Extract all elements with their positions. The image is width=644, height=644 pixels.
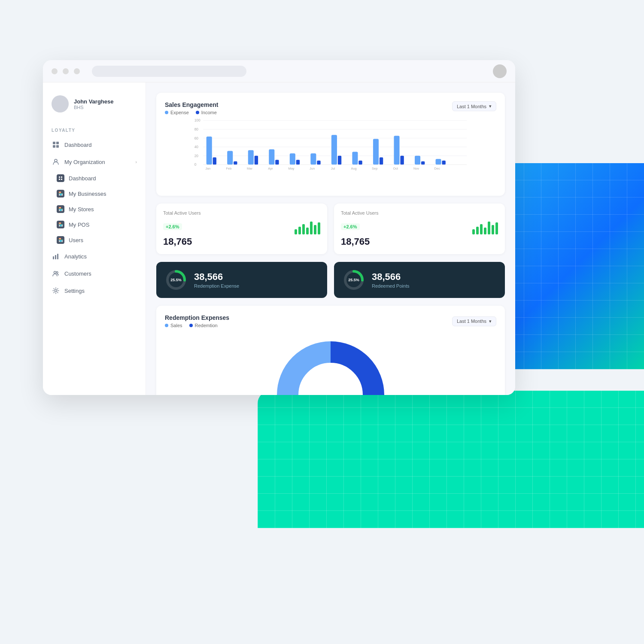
sub-dashboard-icon bbox=[57, 174, 64, 182]
donut-chart-area bbox=[165, 331, 496, 395]
sidebar-item-analytics-label: Analytics bbox=[64, 253, 87, 260]
sub-users-icon: 🏪 bbox=[57, 236, 64, 244]
svg-rect-43 bbox=[373, 139, 379, 165]
legend-redemtion-dot bbox=[189, 324, 193, 327]
svg-rect-41 bbox=[352, 152, 358, 164]
svg-rect-6 bbox=[61, 176, 62, 178]
sidebar-sub-pos[interactable]: 🏪 My POS bbox=[43, 217, 146, 232]
svg-rect-10 bbox=[55, 255, 56, 259]
donut-label-2: 25.5% bbox=[343, 269, 365, 291]
sidebar-sub-stores[interactable]: 🏪 My Stores bbox=[43, 201, 146, 217]
sidebar-item-analytics[interactable]: Analytics bbox=[43, 248, 146, 265]
sidebar-item-customers[interactable]: Customers bbox=[43, 265, 146, 282]
sidebar-sub-businesses[interactable]: 🏪 My Businesses bbox=[43, 186, 146, 201]
stats-row: Total Active Users +2.6% bbox=[156, 204, 505, 254]
sidebar-item-dashboard-label: Dashboard bbox=[64, 142, 92, 148]
analytics-icon bbox=[52, 252, 60, 261]
bg-decor-green bbox=[258, 391, 644, 528]
svg-rect-3 bbox=[56, 145, 59, 148]
legend-sales-dot bbox=[165, 324, 168, 327]
dark-stat-info-2: 38,566 Redeemed Points bbox=[372, 271, 409, 289]
dark-stat-label-1: Redemption Expense bbox=[194, 283, 239, 289]
sidebar-item-my-organization-label: My Organization bbox=[64, 159, 105, 165]
legend-sales-label: Sales bbox=[170, 323, 182, 328]
sidebar-item-customers-label: Customers bbox=[64, 270, 91, 277]
browser-addressbar[interactable] bbox=[92, 66, 246, 77]
mini-bar bbox=[484, 228, 486, 234]
sales-chart-dropdown-label: Last 1 Months bbox=[457, 104, 486, 109]
svg-rect-8 bbox=[61, 179, 62, 180]
sales-chart-title: Sales Engagement bbox=[165, 101, 219, 108]
stat-card-1: Total Active Users +2.6% bbox=[156, 204, 327, 254]
stat-badge-1: +2.6% bbox=[163, 223, 182, 230]
svg-rect-31 bbox=[248, 150, 254, 165]
redemption-legend: Sales Redemtion bbox=[165, 323, 229, 328]
svg-text:Nov: Nov bbox=[413, 167, 419, 170]
svg-rect-44 bbox=[380, 158, 383, 165]
mini-bar bbox=[314, 225, 316, 234]
sub-businesses-label: My Businesses bbox=[69, 191, 106, 197]
sidebar: John Varghese BHS LOYALTY Dashboard bbox=[43, 82, 146, 395]
svg-rect-9 bbox=[53, 256, 54, 259]
svg-rect-39 bbox=[331, 135, 337, 164]
sales-engagement-card: Sales Engagement Expense Income bbox=[156, 93, 505, 196]
svg-rect-50 bbox=[442, 161, 445, 164]
mini-bar bbox=[488, 222, 490, 234]
bar-chart-area: 100 80 60 40 20 0 bbox=[165, 118, 496, 187]
mini-bar bbox=[295, 229, 297, 234]
sub-stores-label: My Stores bbox=[69, 206, 94, 213]
redemption-chart-dropdown[interactable]: Last 1 Months ▾ bbox=[452, 316, 496, 326]
svg-text:20: 20 bbox=[194, 154, 199, 158]
browser-avatar bbox=[493, 64, 507, 78]
sub-dashboard-label: Dashboard bbox=[69, 175, 96, 182]
sidebar-item-dashboard[interactable]: Dashboard bbox=[43, 136, 146, 153]
chevron-right-icon: › bbox=[135, 159, 137, 164]
svg-rect-5 bbox=[59, 176, 60, 178]
mini-bar bbox=[302, 224, 305, 234]
legend-income: Income bbox=[196, 110, 217, 115]
svg-rect-45 bbox=[394, 136, 399, 164]
sidebar-sub-users[interactable]: 🏪 Users bbox=[43, 232, 146, 248]
customers-icon bbox=[52, 269, 60, 278]
mini-bar bbox=[480, 224, 483, 234]
settings-icon bbox=[52, 286, 60, 295]
browser-chrome bbox=[43, 60, 515, 82]
svg-text:Jan: Jan bbox=[205, 167, 210, 170]
svg-rect-46 bbox=[400, 156, 404, 165]
svg-text:0: 0 bbox=[194, 162, 197, 167]
mini-bar bbox=[306, 228, 309, 234]
app-layout: John Varghese BHS LOYALTY Dashboard bbox=[43, 82, 515, 395]
redemption-header: Redemption Expenses Sales Redemtion bbox=[165, 314, 496, 328]
browser-dot-2 bbox=[63, 68, 69, 74]
org-icon bbox=[52, 158, 60, 166]
stat-label-1: Total Active Users bbox=[163, 210, 320, 216]
svg-rect-0 bbox=[53, 142, 55, 144]
chart-legend: Expense Income bbox=[165, 110, 219, 115]
dark-stats-row: 25.5% 38,566 Redemption Expense 25.5% bbox=[156, 262, 505, 298]
chevron-down-icon-2: ▾ bbox=[489, 319, 492, 324]
legend-redemtion: Redemtion bbox=[189, 323, 218, 328]
svg-rect-38 bbox=[317, 161, 320, 164]
svg-rect-32 bbox=[255, 156, 258, 165]
svg-text:Jun: Jun bbox=[310, 167, 315, 170]
chevron-down-icon: ▾ bbox=[489, 103, 492, 109]
svg-text:Aug: Aug bbox=[351, 167, 357, 170]
svg-rect-34 bbox=[275, 160, 279, 164]
stat-label-2: Total Active Users bbox=[341, 210, 498, 216]
sidebar-item-my-organization[interactable]: My Organization › bbox=[43, 153, 146, 170]
svg-rect-42 bbox=[358, 161, 362, 164]
legend-income-label: Income bbox=[201, 110, 217, 115]
svg-text:60: 60 bbox=[194, 136, 199, 140]
donut-wrap-1: 25.5% bbox=[165, 269, 187, 291]
sub-stores-icon: 🏪 bbox=[57, 205, 64, 213]
svg-rect-40 bbox=[338, 156, 341, 165]
svg-rect-28 bbox=[213, 158, 216, 165]
browser-window: John Varghese BHS LOYALTY Dashboard bbox=[43, 60, 515, 395]
sidebar-sub-dashboard[interactable]: Dashboard bbox=[43, 170, 146, 186]
dark-stat-value-2: 38,566 bbox=[372, 271, 409, 283]
half-donut-svg bbox=[270, 335, 391, 395]
mini-bar bbox=[472, 229, 475, 234]
sales-chart-dropdown[interactable]: Last 1 Months ▾ bbox=[452, 101, 496, 111]
sidebar-item-settings[interactable]: Settings bbox=[43, 282, 146, 299]
stat-badge-2: +2.6% bbox=[341, 223, 360, 230]
